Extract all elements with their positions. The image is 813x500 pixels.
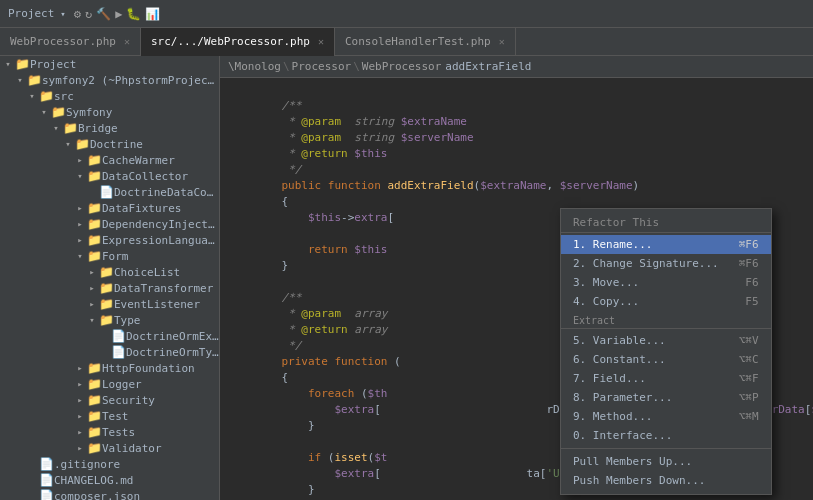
settings-icon[interactable]: ⚙ [74,7,81,21]
expand-arrow-icon: ▸ [74,379,86,389]
expand-arrow-icon: ▸ [74,395,86,405]
toolbar-icons: ⚙ ↻ 🔨 ▶ 🐛 📊 [74,7,161,21]
sync-icon[interactable]: ↻ [85,7,92,21]
sidebar-item-doctrine[interactable]: ▾ 📁 Doctrine [0,136,219,152]
sidebar-item-label: EventListener [114,298,200,311]
close-icon[interactable]: ✕ [499,36,505,47]
project-dropdown-icon[interactable]: ▾ [60,9,65,19]
menu-item-push-members-down[interactable]: Push Members Down... [561,471,771,490]
sidebar-item-expressionlanguage[interactable]: ▸ 📁 ExpressionLanguage [0,232,219,248]
sidebar-item-test[interactable]: ▸ 📁 Test [0,408,219,424]
profile-icon[interactable]: 📊 [145,7,160,21]
sidebar-item-dependencyinjection[interactable]: ▸ 📁 DependencyInjection [0,216,219,232]
menu-item-label: Pull Members Up... [573,455,692,468]
menu-item-move[interactable]: 3. Move... F6 [561,273,771,292]
sidebar-item-form[interactable]: ▾ 📁 Form [0,248,219,264]
menu-item-method[interactable]: 9. Method... ⌥⌘M [561,407,771,426]
sidebar-item-project[interactable]: ▾ 📁 Project [0,56,219,72]
sidebar-item-changelog[interactable]: 📄 CHANGELOG.md [0,472,219,488]
folder-icon: 📁 [86,249,102,263]
sidebar-item-label: CacheWarmer [102,154,175,167]
sidebar-item-doctrinedatacollector[interactable]: 📄 DoctrineDataCollec... [0,184,219,200]
sidebar-item-src[interactable]: ▾ 📁 src [0,88,219,104]
build-icon[interactable]: 🔨 [96,7,111,21]
menu-item-pull-members-up[interactable]: Pull Members Up... [561,452,771,471]
folder-icon: 📁 [14,57,30,71]
project-section: Project ▾ [8,7,66,20]
breadcrumb-separator: \ [283,60,290,73]
project-label: Project [8,7,54,20]
menu-item-field[interactable]: 7. Field... ⌥⌘F [561,369,771,388]
tab-label: src/.../WebProcessor.php [151,35,310,48]
menu-header: Refactor This [561,213,771,233]
sidebar-item-doctrineormtypec[interactable]: 📄 DoctrineOrmTypeC... [0,344,219,360]
line-code: */ [255,162,813,178]
menu-item-label: 8. Parameter... [573,391,672,404]
menu-item-parameter[interactable]: 8. Parameter... ⌥⌘P [561,388,771,407]
tab-src-webprocessor[interactable]: src/.../WebProcessor.php ✕ [141,28,335,56]
sidebar-item-choicelist[interactable]: ▸ 📁 ChoiceList [0,264,219,280]
run-icon[interactable]: ▶ [115,7,122,21]
sidebar-item-label: Type [114,314,141,327]
sidebar: ▾ 📁 Project ▾ 📁 symfony2 (~PhpstormProje… [0,56,220,500]
sidebar-item-cachewarmer[interactable]: ▸ 📁 CacheWarmer [0,152,219,168]
menu-item-interface[interactable]: 0. Interface... [561,426,771,445]
menu-item-constant[interactable]: 6. Constant... ⌥⌘C [561,350,771,369]
menu-item-label: 3. Move... [573,276,639,289]
sidebar-item-datafixtures[interactable]: ▸ 📁 DataFixtures [0,200,219,216]
sidebar-item-bridge[interactable]: ▾ 📁 Bridge [0,120,219,136]
code-line: public function addExtraField($extraName… [220,178,813,194]
md-file-icon: 📄 [38,473,54,487]
menu-shortcut: ⌥⌘F [739,372,759,385]
sidebar-item-type[interactable]: ▾ 📁 Type [0,312,219,328]
folder-icon: 📁 [38,89,54,103]
menu-item-rename[interactable]: 1. Rename... ⌘F6 [561,235,771,254]
debug-icon[interactable]: 🐛 [126,7,141,21]
menu-item-variable[interactable]: 5. Variable... ⌥⌘V [561,331,771,350]
php-file-icon: 📄 [110,329,126,343]
folder-icon: 📁 [86,169,102,183]
sidebar-item-gitignore[interactable]: 📄 .gitignore [0,456,219,472]
line-code: public function addExtraField($extraName… [255,178,813,194]
menu-shortcut: ⌘F6 [739,257,759,270]
sidebar-item-datatransformer[interactable]: ▸ 📁 DataTransformer [0,280,219,296]
line-code: * @return $this [255,146,813,162]
tab-webprocessor[interactable]: WebProcessor.php ✕ [0,28,141,56]
tab-consolehandlertest[interactable]: ConsoleHandlerTest.php ✕ [335,28,516,56]
sidebar-item-label: DoctrineOrmExtens... [126,330,219,343]
menu-item-change-signature[interactable]: 2. Change Signature... ⌘F6 [561,254,771,273]
sidebar-item-httpfoundation[interactable]: ▸ 📁 HttpFoundation [0,360,219,376]
menu-item-label: 2. Change Signature... [573,257,719,270]
sidebar-item-tests[interactable]: ▸ 📁 Tests [0,424,219,440]
sidebar-item-doctrineormextens[interactable]: 📄 DoctrineOrmExtens... [0,328,219,344]
close-icon[interactable]: ✕ [124,36,130,47]
folder-icon: 📁 [98,297,114,311]
php-file-icon: 📄 [98,185,114,199]
sidebar-item-composer[interactable]: 📄 composer.json [0,488,219,500]
menu-item-label: 7. Field... [573,372,646,385]
sidebar-item-eventlistener[interactable]: ▸ 📁 EventListener [0,296,219,312]
sidebar-item-symfony2[interactable]: ▾ 📁 symfony2 (~PhpstormProjects/symfo... [0,72,219,88]
folder-icon: 📁 [86,217,102,231]
sidebar-item-symfony[interactable]: ▾ 📁 Symfony [0,104,219,120]
code-editor[interactable]: /** * @param string $extraName * @param … [220,78,813,500]
expand-arrow-icon: ▾ [86,315,98,325]
code-line [220,82,813,98]
expand-arrow-icon: ▸ [86,283,98,293]
sidebar-item-label: ExpressionLanguage [102,234,219,247]
breadcrumb-item[interactable]: WebProcessor [362,60,441,73]
menu-separator [561,448,771,449]
sidebar-item-label: Logger [102,378,142,391]
sidebar-item-security[interactable]: ▸ 📁 Security [0,392,219,408]
menu-shortcut: ⌥⌘P [739,391,759,404]
code-line: */ [220,162,813,178]
menu-item-label: 9. Method... [573,410,652,423]
menu-item-copy[interactable]: 4. Copy... F5 [561,292,771,311]
breadcrumb-item[interactable]: \Monolog [228,60,281,73]
expand-arrow-icon: ▸ [74,427,86,437]
breadcrumb-item[interactable]: Processor [292,60,352,73]
sidebar-item-datacollector[interactable]: ▾ 📁 DataCollector [0,168,219,184]
sidebar-item-validator[interactable]: ▸ 📁 Validator [0,440,219,456]
sidebar-item-logger[interactable]: ▸ 📁 Logger [0,376,219,392]
close-icon[interactable]: ✕ [318,36,324,47]
